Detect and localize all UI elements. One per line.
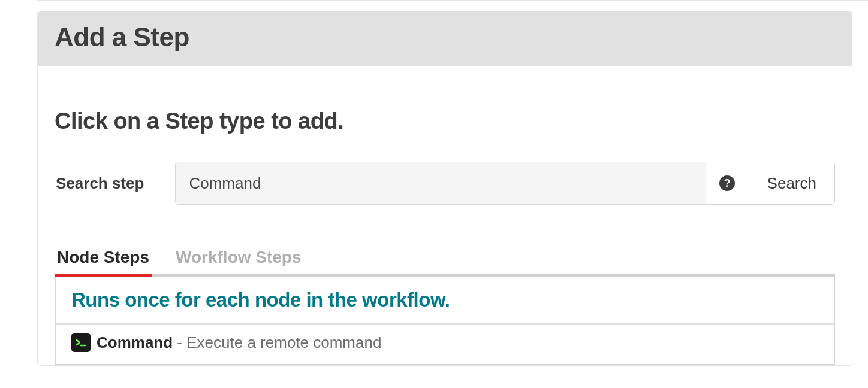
step-item-description: Execute a remote command: [186, 334, 381, 351]
search-input[interactable]: [176, 162, 705, 204]
step-item-name: Command: [97, 334, 173, 351]
search-label: Search step: [55, 174, 158, 193]
step-item-separator: -: [177, 334, 186, 351]
panel-header: Add a Step: [38, 11, 852, 66]
search-button[interactable]: Search: [749, 162, 834, 204]
step-list-header-text: Runs once for each node in the workflow.: [71, 289, 818, 311]
help-icon: ?: [718, 174, 736, 192]
svg-text:?: ?: [724, 177, 731, 189]
terminal-icon: [71, 333, 91, 352]
help-button[interactable]: ?: [706, 162, 749, 204]
tabs: Node Steps Workflow Steps: [55, 248, 835, 277]
search-group: ? Search: [175, 162, 835, 205]
search-row: Search step ? Search: [55, 162, 835, 205]
top-divider: [37, 0, 868, 1]
tab-workflow-steps[interactable]: Workflow Steps: [173, 248, 304, 277]
step-list: Runs once for each node in the workflow.…: [55, 277, 835, 365]
step-list-header: Runs once for each node in the workflow.: [56, 277, 834, 325]
step-item-command[interactable]: Command - Execute a remote command: [56, 325, 834, 364]
panel-body: Click on a Step type to add. Search step…: [38, 66, 852, 365]
tab-node-steps[interactable]: Node Steps: [55, 248, 152, 277]
add-step-panel: Add a Step Click on a Step type to add. …: [37, 11, 852, 366]
step-item-text: Command - Execute a remote command: [97, 334, 381, 352]
subtitle: Click on a Step type to add.: [55, 108, 835, 134]
panel-title: Add a Step: [55, 22, 835, 52]
